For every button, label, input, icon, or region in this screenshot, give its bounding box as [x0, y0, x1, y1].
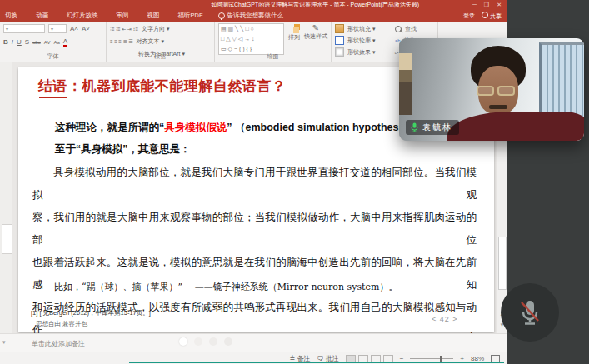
- paragraph-group-label[interactable]: 段落: [107, 52, 214, 61]
- shrink-font-button[interactable]: A˅: [82, 25, 90, 32]
- slide-footnote: [1] [ 见Bergen (2012)，中译本第15-17页。]: [31, 309, 151, 317]
- tab-view[interactable]: 视图: [147, 12, 160, 20]
- shape-format-column: 形状填充 ▾ 形状轮廓 ▾ 形状效果 ▾: [332, 22, 392, 62]
- highlight-term: 具身模拟假说: [164, 122, 227, 133]
- collapse-caret-icon[interactable]: ▾: [2, 339, 6, 346]
- quick-styles-icon: ✎: [304, 23, 327, 32]
- arrange-button[interactable]: 排列: [288, 33, 300, 42]
- close-button[interactable]: ✕: [497, 0, 502, 10]
- titlebar: 如何测试ChatGPT的语义理解与常识推理水平 - 简本 - PowerPoin…: [0, 0, 507, 10]
- drawing-group: ▤ ▥ ╲ ╲ □ ○ □ △ ▽ ◁ → ↓ ▭ ◇ ~ ( ) { } 排列…: [215, 22, 332, 62]
- zoom-slider-knob[interactable]: [440, 356, 442, 362]
- font-color-button[interactable]: A: [63, 37, 67, 47]
- find-icon: [395, 26, 402, 32]
- participant-name: 袁毓林: [422, 122, 452, 133]
- clear-format-button[interactable]: abc: [32, 40, 41, 45]
- slide-example-line: 比如，“踢（球）、摘（苹果）” ——镜子神经系统（Mirror neuron s…: [54, 281, 397, 293]
- cam-person-glasses: [477, 86, 520, 97]
- slide-page-indicator: < 42 >: [432, 315, 458, 323]
- font-group-label[interactable]: 字体: [0, 52, 106, 61]
- tell-me-label: 告诉我您想要做什么...: [227, 12, 289, 20]
- shape-effects-button[interactable]: 形状效果 ▾: [347, 48, 375, 57]
- shape-outline-icon: [335, 36, 344, 45]
- tab-review[interactable]: 审阅: [117, 12, 129, 20]
- scrollbar-thumb[interactable]: [498, 237, 507, 290]
- shape-fill-button[interactable]: 形状填充 ▾: [347, 25, 375, 33]
- italic-button[interactable]: I: [12, 38, 13, 46]
- sign-in-button[interactable]: 登录: [463, 12, 475, 20]
- ribbon-tab-bar: 切换 动画 幻灯片放映 审阅 视图 福昕PDF 告诉我您想要做什么...: [0, 10, 507, 22]
- lightbulb-icon: [218, 12, 225, 19]
- drawing-group-label[interactable]: 绘图: [215, 52, 331, 61]
- align-icons[interactable]: ≡ ≡ ≡ ≣ ☰: [110, 38, 133, 44]
- shape-gallery[interactable]: ▤ ▥ ╲ ╲ □ ○ □ △ ▽ ◁ → ↓ ▭ ◇ ~ ( ) { }: [218, 23, 284, 55]
- muted-mic-button[interactable]: [501, 283, 559, 342]
- restore-button[interactable]: ❐: [484, 0, 489, 10]
- minimize-button[interactable]: ─: [472, 0, 477, 10]
- slide-motto: 思想自由 兼容并包: [36, 320, 87, 328]
- muted-mic-icon: [517, 298, 543, 327]
- tab-transitions[interactable]: 切换: [5, 12, 17, 20]
- tab-slideshow[interactable]: 幻灯片放映: [67, 12, 98, 20]
- shape-outline-button[interactable]: 形状轮廓 ▾: [347, 37, 375, 45]
- shape-effects-icon: [335, 47, 344, 57]
- tab-animations[interactable]: 动画: [36, 12, 48, 20]
- notes-pane[interactable]: ▾ 单击此处添加备注: [0, 333, 507, 352]
- notes-placeholder[interactable]: 单击此处添加备注: [32, 339, 85, 348]
- tell-me-box[interactable]: 告诉我您想要做什么...: [218, 12, 289, 20]
- font-group: ▾ ▾ A˄ A˅ B I U S abc AV Aa A 字体: [0, 22, 107, 62]
- person-icon: [482, 12, 488, 18]
- paragraph-group: ⁝≡ ⁝≡ ⇤ ⇥ ↕≡ 文字方向 ▾ ≡ ≡ ≡ ≣ ☰ 对齐文本 ▾ 转换为…: [107, 22, 215, 62]
- zoom-slider[interactable]: [410, 358, 453, 359]
- cam-bookshelf: [399, 53, 412, 115]
- window-title: 如何测试ChatGPT的语义理解与常识推理水平 - 简本 - PowerPoin…: [211, 0, 419, 10]
- change-case-button[interactable]: Aa: [53, 40, 59, 45]
- cam-person-mustache: [489, 105, 507, 109]
- text-direction-button[interactable]: 文字方向 ▾: [142, 25, 169, 33]
- align-text-button[interactable]: 对齐文本 ▾: [137, 37, 164, 46]
- slide-thumbnail[interactable]: [2, 224, 12, 254]
- arrange-icon: [290, 24, 299, 33]
- mic-on-icon: [410, 122, 419, 133]
- underline-button[interactable]: U: [17, 38, 22, 46]
- font-size-box[interactable]: ▾: [48, 24, 67, 33]
- participant-name-badge: 袁毓林: [406, 120, 459, 135]
- slide-title: 结语：机器到底能不能理解自然语言？: [38, 77, 287, 96]
- share-button[interactable]: 共享: [482, 12, 502, 21]
- font-name-box[interactable]: ▾: [3, 24, 45, 33]
- slide-paragraph-2: 至于“具身模拟”，其意思是：: [55, 142, 191, 157]
- bullets-icons[interactable]: ⁝≡ ⁝≡ ⇤ ⇥ ↕≡: [110, 26, 138, 32]
- screen: 如何测试ChatGPT的语义理解与常识推理水平 - 简本 - PowerPoin…: [0, 0, 589, 364]
- find-button[interactable]: 查找: [405, 25, 417, 33]
- slide-thumbnail-panel[interactable]: [0, 62, 12, 333]
- quick-styles-button[interactable]: 快速样式: [304, 32, 327, 41]
- indicator-dots: [179, 337, 232, 346]
- strikethrough-button[interactable]: S: [25, 38, 29, 46]
- webcam-video-tile[interactable]: 袁毓林: [399, 38, 584, 141]
- slide-paragraph-1: 这种理论，就是所谓的“具身模拟假说” （embodied simulation …: [55, 121, 428, 135]
- shape-fill-icon: [335, 24, 344, 33]
- screen-share-border: [129, 362, 504, 363]
- tab-foxit-pdf[interactable]: 福昕PDF: [178, 12, 203, 20]
- bold-button[interactable]: B: [3, 38, 8, 46]
- title-underline: [39, 97, 67, 98]
- char-spacing-button[interactable]: AV: [44, 40, 51, 45]
- grow-font-button[interactable]: A˄: [70, 25, 78, 32]
